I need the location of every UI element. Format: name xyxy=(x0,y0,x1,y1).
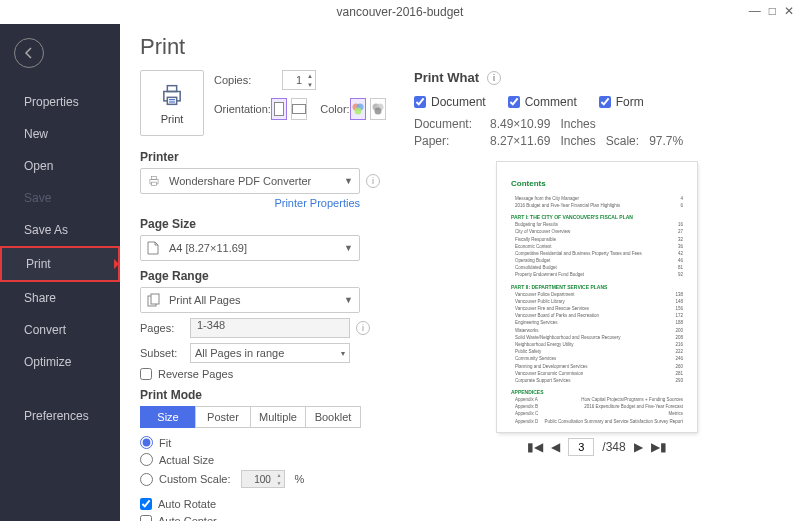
printer-dd-icon xyxy=(147,174,163,188)
page-total: /348 xyxy=(602,440,625,454)
color-mode-color[interactable] xyxy=(350,98,366,120)
svg-rect-14 xyxy=(152,176,157,179)
color-mode-gray[interactable] xyxy=(370,98,386,120)
pagerange-value: Print All Pages xyxy=(169,294,344,306)
copies-label: Copies: xyxy=(214,74,282,86)
radio-actual[interactable]: Actual Size xyxy=(140,453,390,466)
chevron-down-icon: ▼ xyxy=(344,295,353,305)
sidebar-item-save: Save xyxy=(0,182,120,214)
scale-value: 97.7% xyxy=(649,134,683,148)
svg-rect-15 xyxy=(152,182,157,186)
svg-rect-17 xyxy=(151,294,159,304)
auto-center-check[interactable]: Auto Center xyxy=(140,515,390,521)
page-title: Print xyxy=(140,34,780,60)
back-button[interactable] xyxy=(14,38,44,68)
close-button[interactable]: ✕ xyxy=(784,4,794,18)
subset-value: All Pages in range xyxy=(195,347,341,359)
printmode-label: Print Mode xyxy=(140,388,390,402)
copies-input[interactable]: 1 ▲▼ xyxy=(282,70,316,90)
mode-booklet[interactable]: Booklet xyxy=(305,406,361,428)
maximize-button[interactable]: □ xyxy=(769,4,776,18)
last-page-button[interactable]: ▶▮ xyxy=(651,440,667,454)
check-comment[interactable]: Comment xyxy=(508,95,577,109)
custom-scale-input[interactable]: 100▲▼ xyxy=(241,470,285,488)
pages-input[interactable]: 1-348 xyxy=(190,318,350,338)
gray-icon xyxy=(371,102,385,116)
sidebar-item-share[interactable]: Share xyxy=(0,282,120,314)
auto-center-label: Auto Center xyxy=(158,515,217,521)
pagesize-dropdown[interactable]: A4 [8.27×11.69] ▼ xyxy=(140,235,360,261)
docdim-label: Document: xyxy=(414,117,480,131)
pages-info-icon[interactable]: i xyxy=(356,321,370,335)
svg-rect-6 xyxy=(293,105,306,114)
check-form[interactable]: Form xyxy=(599,95,644,109)
color-icon xyxy=(351,102,365,116)
orientation-landscape[interactable] xyxy=(291,98,307,120)
printwhat-label: Print What xyxy=(414,70,479,85)
radio-custom[interactable]: Custom Scale: 100▲▼ % xyxy=(140,470,390,488)
mode-poster[interactable]: Poster xyxy=(195,406,251,428)
sidebar-item-new[interactable]: New xyxy=(0,118,120,150)
printwhat-info-icon[interactable]: i xyxy=(487,71,501,85)
sidebar-item-properties[interactable]: Properties xyxy=(0,86,120,118)
page-preview: Contents Message from the City Manager4 … xyxy=(497,162,697,432)
minimize-button[interactable]: — xyxy=(749,4,761,18)
next-page-button[interactable]: ▶ xyxy=(634,440,643,454)
subset-label: Subset: xyxy=(140,347,190,359)
chevron-down-icon: ▾ xyxy=(341,349,345,358)
auto-rotate-check[interactable]: Auto Rotate xyxy=(140,498,390,510)
pages-label: Pages: xyxy=(140,322,190,334)
reverse-label: Reverse Pages xyxy=(158,368,233,380)
first-page-button[interactable]: ▮◀ xyxy=(527,440,543,454)
printer-value: Wondershare PDF Converter xyxy=(169,175,344,187)
orientation-label: Orientation: xyxy=(214,103,271,115)
chevron-down-icon: ▼ xyxy=(344,176,353,186)
sidebar-item-optimize[interactable]: Optimize xyxy=(0,346,120,378)
sidebar-item-preferences[interactable]: Preferences xyxy=(0,400,120,432)
chevron-down-icon: ▼ xyxy=(344,243,353,253)
printer-icon xyxy=(158,81,186,109)
page-icon xyxy=(147,241,163,255)
printer-dropdown[interactable]: Wondershare PDF Converter ▼ xyxy=(140,168,360,194)
paperdim-label: Paper: xyxy=(414,134,480,148)
svg-point-9 xyxy=(354,108,361,115)
window-title: vancouver-2016-budget xyxy=(337,5,464,19)
prev-page-button[interactable]: ◀ xyxy=(551,440,560,454)
radio-fit[interactable]: Fit xyxy=(140,436,390,449)
printer-properties-link[interactable]: Printer Properties xyxy=(140,197,360,209)
mode-multiple[interactable]: Multiple xyxy=(250,406,306,428)
docdim-value: 8.49×10.99 xyxy=(490,117,550,131)
sidebar-item-open[interactable]: Open xyxy=(0,150,120,182)
pages-icon xyxy=(147,293,163,307)
auto-rotate-label: Auto Rotate xyxy=(158,498,216,510)
paperdim-unit: Inches xyxy=(560,134,595,148)
printer-section-label: Printer xyxy=(140,150,390,164)
landscape-icon xyxy=(292,104,306,114)
docdim-unit: Inches xyxy=(560,117,595,131)
pagesize-value: A4 [8.27×11.69] xyxy=(169,242,344,254)
pagerange-label: Page Range xyxy=(140,269,390,283)
svg-rect-2 xyxy=(167,97,176,104)
svg-point-12 xyxy=(374,108,381,115)
paperdim-value: 8.27×11.69 xyxy=(490,134,550,148)
print-card[interactable]: Print xyxy=(140,70,204,136)
scale-label: Scale: xyxy=(606,134,639,148)
copies-up[interactable]: ▲ xyxy=(305,71,315,80)
subset-dropdown[interactable]: All Pages in range▾ xyxy=(190,343,350,363)
print-card-label: Print xyxy=(161,113,184,125)
mode-size[interactable]: Size xyxy=(140,406,196,428)
reverse-pages-check[interactable]: Reverse Pages xyxy=(140,368,390,380)
sidebar-item-save-as[interactable]: Save As xyxy=(0,214,120,246)
copies-down[interactable]: ▼ xyxy=(305,80,315,89)
check-document[interactable]: Document xyxy=(414,95,486,109)
pagerange-dropdown[interactable]: Print All Pages ▼ xyxy=(140,287,360,313)
sidebar-item-convert[interactable]: Convert xyxy=(0,314,120,346)
sidebar: Properties New Open Save Save As Print S… xyxy=(0,24,120,521)
svg-rect-5 xyxy=(274,103,283,116)
sidebar-item-print[interactable]: Print xyxy=(0,246,120,282)
printer-info-icon[interactable]: i xyxy=(366,174,380,188)
pagesize-label: Page Size xyxy=(140,217,390,231)
page-number-input[interactable] xyxy=(568,438,594,456)
svg-rect-1 xyxy=(167,86,176,92)
orientation-portrait[interactable] xyxy=(271,98,287,120)
